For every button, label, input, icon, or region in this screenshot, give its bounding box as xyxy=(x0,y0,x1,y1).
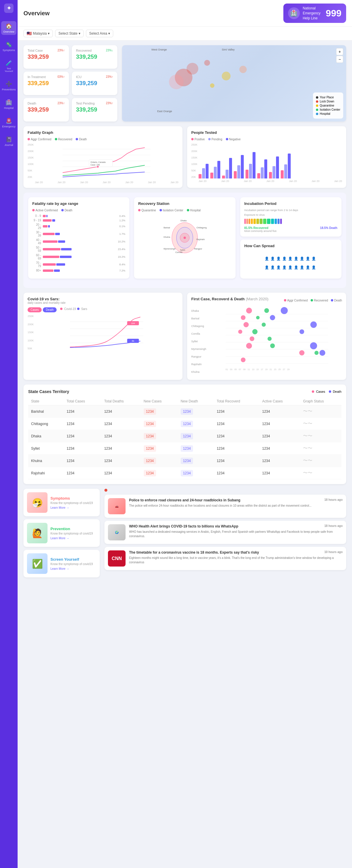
age-bar-row: 70 - 79 8.4% xyxy=(32,261,125,268)
sidebar-item-hospital[interactable]: 🏥 Hospital xyxy=(1,97,17,111)
svg-text:👤: 👤 xyxy=(311,256,316,261)
y-axis-labels-tested: 250K 200K 150K 100K 50K 20K xyxy=(191,143,199,179)
sidebar-item-test[interactable]: 🧪 Test Yourself xyxy=(1,58,17,74)
sidebar-item-overview[interactable]: 🏠 Overview xyxy=(1,21,17,35)
stat-icu: ICU 23%↑ 339,259 xyxy=(72,72,117,95)
news-item[interactable]: 🚗 Police to enforce road closures and 24… xyxy=(104,495,346,518)
cell-new-cases: 1234 xyxy=(141,442,178,455)
info-card-symptoms: 🤧 Symptoms Know the symptomop of covid19… xyxy=(24,489,100,516)
news-thumbnail: 🚗 xyxy=(108,498,126,514)
scatter-svg: 01 03 05 07 09 11 13 15 17 19 21 23 xyxy=(212,307,342,372)
map-zoom-in[interactable]: + xyxy=(336,48,343,55)
map-zoom-out[interactable]: − xyxy=(336,56,343,63)
legend-death-age: Death xyxy=(61,209,72,212)
sidebar-item-preventions[interactable]: ➕ Preventions xyxy=(1,79,17,93)
prevention-learn-more[interactable]: Learn More → xyxy=(51,536,93,540)
svg-text:25: 25 xyxy=(278,368,281,370)
svg-text:29: 29 xyxy=(287,368,290,370)
symptoms-content: Symptoms Know the symptomop of covid19 L… xyxy=(51,496,93,509)
svg-text:05: 05 xyxy=(234,368,237,370)
symptoms-learn-more[interactable]: Learn More → xyxy=(51,506,93,509)
sidebar-item-journal[interactable]: 📓 Journal xyxy=(1,134,17,148)
cell-graph-status: 〜〜 xyxy=(300,442,342,455)
cell-total-deaths: 1234 xyxy=(101,442,140,455)
sparkline-icon: 〜〜 xyxy=(303,421,312,426)
filter-bar: 🇲🇾 Malaysia ▾ Select State ▾ Select Area… xyxy=(18,27,352,40)
bar-group xyxy=(222,158,232,179)
age-bar-death xyxy=(56,263,65,266)
screen-learn-more[interactable]: Learn More → xyxy=(51,567,93,570)
scatter-plot: 01 03 05 07 09 11 13 15 17 19 21 23 xyxy=(212,307,342,376)
main-content: Overview 🏥 National Emergency Help Line … xyxy=(18,0,352,868)
legend-hospital: Hospital xyxy=(316,112,340,115)
covid-sars-card: Covid-19 vs Sars: daily cases and mortal… xyxy=(24,293,183,380)
bar-negative xyxy=(264,159,267,179)
sidebar-item-symptoms[interactable]: 🦠 Symptoms xyxy=(1,40,17,54)
svg-text:11: 11 xyxy=(248,368,250,370)
cell-active-cases: 1234 xyxy=(259,442,300,455)
svg-text:01: 01 xyxy=(226,368,228,370)
news-title: The timetable for a coronavirus vaccine … xyxy=(129,550,343,555)
test-icon: 🧪 xyxy=(6,60,12,66)
news-item[interactable]: 🌍 WHO Health Alert brings COVID-19 facts… xyxy=(104,521,346,544)
age-bar-row: 20 - 29 0.1% xyxy=(32,223,125,229)
sidebar-item-emergency[interactable]: 🚨 Emergency xyxy=(1,116,17,130)
bar-pending xyxy=(214,167,217,179)
new-cases-badge: 1234 xyxy=(144,470,156,476)
map-dot-pink xyxy=(169,74,184,89)
cell-total-recovered: 1234 xyxy=(214,467,259,479)
table-row: Syllet 1234 1234 1234 1234 1234 1234 〜〜 xyxy=(28,442,342,455)
incubation-card: Incubation Period Incubation period can … xyxy=(240,197,342,237)
map-legend: Your Place Lock Down Quarantine Isolatio… xyxy=(313,92,343,119)
svg-point-75 xyxy=(319,350,325,356)
map-dot-medium xyxy=(187,63,198,74)
svg-text:👤: 👤 xyxy=(264,265,269,270)
table-row: Dhaka 1234 1234 1234 1234 1234 1234 〜〜 xyxy=(28,430,342,442)
incubation-segment xyxy=(271,219,274,224)
svg-point-70 xyxy=(246,343,252,349)
bar-positive xyxy=(222,176,225,179)
news-items-container: 🚗 Police to enforce road closures and 24… xyxy=(104,495,346,570)
incubation-segment xyxy=(251,219,253,224)
symptoms-icon: 🦠 xyxy=(6,41,12,48)
svg-text:15: 15 xyxy=(256,368,259,370)
stat-test-pending: Test Pending 23%↑ 339,259 xyxy=(72,98,117,122)
age-bar-confirmed xyxy=(43,256,59,258)
state-filter[interactable]: Select State ▾ xyxy=(55,30,84,37)
cell-new-cases: 1234 xyxy=(141,418,178,430)
cell-new-cases: 1234 xyxy=(141,405,178,418)
svg-text:👤: 👤 xyxy=(288,256,292,261)
map-dot-small-yellow xyxy=(210,83,215,88)
cell-state: Khulna xyxy=(28,455,64,467)
news-title: WHO Health Alert brings COVID-19 facts t… xyxy=(129,524,343,528)
bar-negative xyxy=(229,158,232,179)
cell-total-recovered: 1234 xyxy=(214,430,259,442)
y-axis-covid-sars: 250K 200K 150K 100K 50K xyxy=(28,315,35,350)
bar-pending xyxy=(202,168,205,179)
people-tested-card: People Tested Positive Pending Negative … xyxy=(187,126,346,188)
cell-graph-status: 〜〜 xyxy=(300,467,342,479)
toggle-death-btn[interactable]: Death xyxy=(43,307,57,312)
prevention-content: Prevention Know the symptomop of covid19… xyxy=(51,527,93,540)
news-item[interactable]: CNN The timetable for a coronavirus vacc… xyxy=(104,547,346,570)
stats-map-row: Total Case 23%↑ 339,259 Recovered 23%↓ 3… xyxy=(24,45,346,122)
svg-text:Chittagong: Chittagong xyxy=(196,226,207,229)
recovery-svg: Dhaka Chittagong Rajshahi Rangpur Comill… xyxy=(138,214,231,261)
bar-positive xyxy=(281,170,284,179)
cell-total-cases: 1234 xyxy=(64,467,101,479)
country-filter[interactable]: 🇲🇾 Malaysia ▾ xyxy=(24,30,53,37)
svg-point-61 xyxy=(270,315,275,320)
bottom-charts-row: Covid-19 vs Sars: daily cases and mortal… xyxy=(24,293,346,380)
svg-point-60 xyxy=(256,316,260,319)
map-container[interactable]: West Orange Simi Valley East Orange + − … xyxy=(122,45,346,122)
toggle-cases-btn[interactable]: Cases xyxy=(28,307,42,312)
bar-positive xyxy=(257,173,260,179)
bar-positive xyxy=(234,171,237,179)
legend-negative: Negative xyxy=(226,138,241,141)
symptoms-image: 🤧 xyxy=(27,492,47,513)
area-filter[interactable]: Select Area ▾ xyxy=(86,30,113,37)
table-header: State Cases Territory Cases Death xyxy=(28,389,342,394)
bar-positive xyxy=(199,174,201,179)
tested-legend: Positive Pending Negative xyxy=(191,138,342,141)
age-bar-confirmed xyxy=(43,219,52,222)
